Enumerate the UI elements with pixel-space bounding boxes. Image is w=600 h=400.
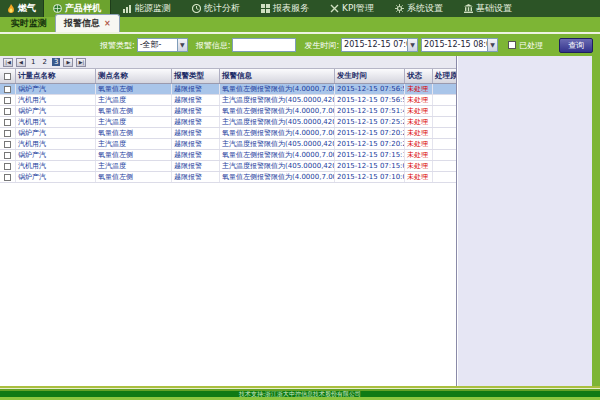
table-header: 计量点名称 测点名称 报警类型 报警信息 发生时间 状态 处理原因 <box>0 69 456 84</box>
table-row[interactable]: 汽机用汽 主汽温度 越限报警 主汽温度报警限值为(405.0000,420.00… <box>0 139 456 150</box>
menu-item-energy-monitor[interactable]: 能源监测 <box>114 0 180 17</box>
grid-icon <box>261 4 270 13</box>
pager-page-2[interactable]: 2 <box>40 58 48 66</box>
menu-item-label: 系统设置 <box>407 2 443 15</box>
table-row[interactable]: 汽机用汽 主汽温度 越限报警 主汽温度报警限值为(405.0000,420.00… <box>0 161 456 172</box>
cell-point: 主汽温度 <box>96 117 172 127</box>
select-all-checkbox[interactable] <box>4 73 11 80</box>
table-row[interactable]: 锅炉产汽 氧量值左侧 越限报警 氧量值左侧报警限值为(4.0000,7.0000… <box>0 106 456 117</box>
row-checkbox[interactable] <box>4 174 11 181</box>
alarm-info-input[interactable] <box>232 38 296 52</box>
pager-last-button[interactable]: ▶| <box>76 58 86 67</box>
right-side-panel <box>457 56 592 386</box>
cell-alarm-type: 越限报警 <box>172 161 220 171</box>
cell-reason <box>433 95 456 105</box>
cell-status: 未处理 <box>405 117 433 127</box>
menu-item-basic-settings[interactable]: 基础设置 <box>455 0 521 17</box>
row-checkbox[interactable] <box>4 86 11 93</box>
cell-reason <box>433 139 456 149</box>
table-row[interactable]: 锅炉产汽 氧量值左侧 越限报警 氧量值左侧报警限值为(4.0000,7.0000… <box>0 84 456 95</box>
chevron-down-icon[interactable]: ▼ <box>487 38 498 52</box>
col-reason[interactable]: 处理原因 <box>433 69 456 83</box>
cell-alarm-type: 越限报警 <box>172 172 220 182</box>
col-alarm-type[interactable]: 报警类型 <box>172 69 220 83</box>
cell-status: 未处理 <box>405 150 433 160</box>
time-label: 发生时间: <box>304 40 339 51</box>
menu-item-label: KPI管理 <box>342 2 374 15</box>
cell-alarm-type: 越限报警 <box>172 150 220 160</box>
cell-status: 未处理 <box>405 128 433 138</box>
col-time[interactable]: 发生时间 <box>335 69 405 83</box>
chevron-down-icon[interactable]: ▼ <box>177 38 188 52</box>
menu-item-report-service[interactable]: 报表服务 <box>252 0 318 17</box>
menu-item-kpi[interactable]: KPI管理 <box>321 0 383 17</box>
pager-page-3-current[interactable]: 3 <box>52 58 60 66</box>
table-row[interactable]: 汽机用汽 主汽温度 越限报警 主汽温度报警限值为(405.0000,420.00… <box>0 117 456 128</box>
gear-icon <box>395 4 404 13</box>
cell-metering-point: 锅炉产汽 <box>16 84 96 94</box>
pager-prev-button[interactable]: ◀ <box>16 58 26 67</box>
cell-alarm-type: 越限报警 <box>172 139 220 149</box>
cell-time: 2015-12-15 07:15:09 <box>335 161 405 171</box>
cell-metering-point: 汽机用汽 <box>16 95 96 105</box>
table-row[interactable]: 锅炉产汽 氧量值左侧 越限报警 氧量值左侧报警限值为(4.0000,7.0000… <box>0 128 456 139</box>
menu-item-system-settings[interactable]: 系统设置 <box>386 0 452 17</box>
row-checkbox[interactable] <box>4 163 11 170</box>
processed-checkbox[interactable] <box>508 41 516 49</box>
col-point[interactable]: 测点名称 <box>96 69 172 83</box>
cell-alarm-type: 越限报警 <box>172 106 220 116</box>
tab-alarm-info-label: 报警信息 <box>64 17 100 30</box>
cell-metering-point: 锅炉产汽 <box>16 128 96 138</box>
cell-alarm-info: 氧量值左侧报警限值为(4.0000,7.0000),实际值为7.2187 <box>220 172 335 182</box>
time-to-picker[interactable]: 2015-12-15 08:09 ▼ <box>421 38 498 52</box>
cell-status: 未处理 <box>405 139 433 149</box>
flame-icon <box>7 4 15 14</box>
cell-metering-point: 汽机用汽 <box>16 139 96 149</box>
tab-bar: 实时监测 报警信息 × <box>0 17 600 34</box>
cell-point: 主汽温度 <box>96 139 172 149</box>
pager-next-button[interactable]: ▶ <box>63 58 73 67</box>
cell-alarm-info: 氧量值左侧报警限值为(4.0000,7.0000),实际值为7.7690 <box>220 84 335 94</box>
row-checkbox[interactable] <box>4 108 11 115</box>
menu-item-statistics[interactable]: 统计分析 <box>183 0 249 17</box>
cell-time: 2015-12-15 07:10:01 <box>335 172 405 182</box>
query-button[interactable]: 查询 <box>559 38 593 53</box>
menu-item-label: 统计分析 <box>204 2 240 15</box>
cell-reason <box>433 117 456 127</box>
cell-status: 未处理 <box>405 161 433 171</box>
time-from-picker[interactable]: 2015-12-15 07:09 ▼ <box>341 38 418 52</box>
tab-close-icon[interactable]: × <box>104 20 111 28</box>
cell-time: 2015-12-15 07:51:45 <box>335 106 405 116</box>
col-status[interactable]: 状态 <box>405 69 433 83</box>
menu-item-label: 报表服务 <box>273 2 309 15</box>
cell-point: 氧量值左侧 <box>96 150 172 160</box>
row-checkbox[interactable] <box>4 141 11 148</box>
tab-alarm-info[interactable]: 报警信息 × <box>55 14 120 32</box>
pager-page-1[interactable]: 1 <box>29 58 37 66</box>
cell-point: 主汽温度 <box>96 161 172 171</box>
filter-bar: 报警类型: -全部- ▼ 报警信息: 发生时间: 2015-12-15 07:0… <box>0 34 600 56</box>
table-row[interactable]: 锅炉产汽 氧量值左侧 越限报警 氧量值左侧报警限值为(4.0000,7.0000… <box>0 172 456 183</box>
table-row[interactable]: 锅炉产汽 氧量值左侧 越限报警 氧量值左侧报警限值为(4.0000,7.0000… <box>0 150 456 161</box>
cell-status: 未处理 <box>405 172 433 182</box>
alarm-type-value: -全部- <box>137 38 177 52</box>
alarm-table-panel: |◀ ◀ 1 2 3 ▶ ▶| 计量点名称 测点名称 报警类型 报警信息 发生时… <box>0 56 457 386</box>
pager-first-button[interactable]: |◀ <box>3 58 13 67</box>
row-checkbox[interactable] <box>4 119 11 126</box>
alarm-type-select[interactable]: -全部- ▼ <box>137 38 188 52</box>
row-checkbox[interactable] <box>4 152 11 159</box>
chart-icon <box>123 4 132 13</box>
chevron-down-icon[interactable]: ▼ <box>407 38 418 52</box>
tab-realtime-monitor[interactable]: 实时监测 <box>3 15 55 32</box>
row-checkbox[interactable] <box>4 97 11 104</box>
cell-reason <box>433 128 456 138</box>
cell-alarm-info: 主汽温度报警限值为(405.0000,420.0000),实际值为402.529… <box>220 117 335 127</box>
table-row[interactable]: 汽机用汽 主汽温度 越限报警 主汽温度报警限值为(405.0000,420.00… <box>0 95 456 106</box>
col-metering-point[interactable]: 计量点名称 <box>16 69 96 83</box>
row-checkbox[interactable] <box>4 130 11 137</box>
cell-alarm-type: 越限报警 <box>172 128 220 138</box>
bank-icon <box>464 4 473 13</box>
col-alarm-info[interactable]: 报警信息 <box>220 69 335 83</box>
pager-bar: |◀ ◀ 1 2 3 ▶ ▶| <box>0 56 456 69</box>
cell-time: 2015-12-15 07:56:53 <box>335 95 405 105</box>
